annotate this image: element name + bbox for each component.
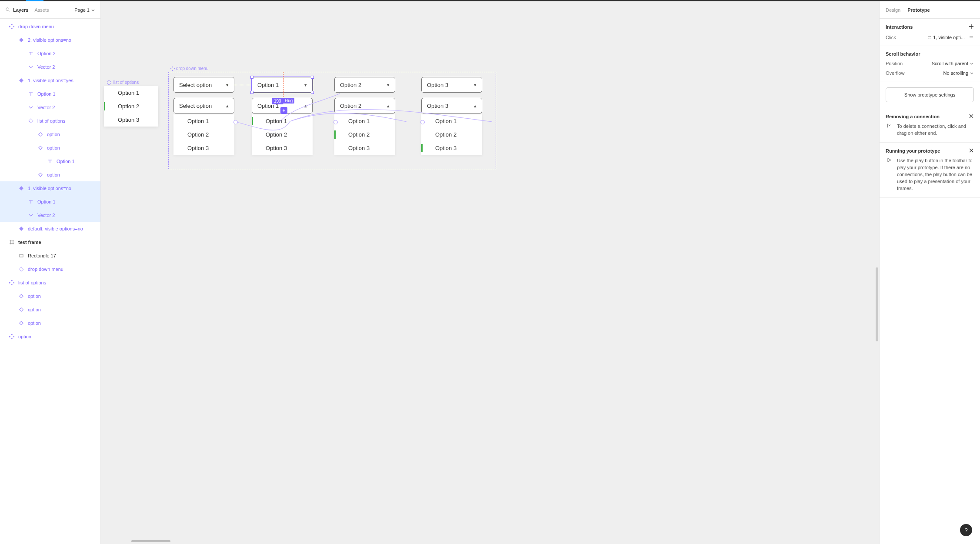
tab-design[interactable]: Design [886,7,900,13]
dropdown-variant[interactable]: Option 2▾ [334,77,395,93]
svg-rect-4 [9,26,10,27]
help-button[interactable]: ? [960,524,972,536]
dropdown-options-list[interactable]: Option 1Option 2Option 3 [421,114,482,155]
layer-row[interactable]: list of options [0,114,100,127]
page-selector[interactable]: Page 1 [74,7,95,13]
layer-row[interactable]: option [0,316,100,330]
dropdown-variant[interactable]: Option 3▾ [421,77,482,93]
dropdown-option[interactable]: Option 1 [252,114,313,128]
layer-row[interactable]: list of options [0,276,100,289]
svg-rect-26 [13,336,14,337]
dropdown-option[interactable]: Option 1 [334,114,395,128]
connection-node[interactable] [233,120,238,124]
add-interaction-button[interactable] [969,24,974,30]
dropdown-label: Select option [179,103,212,109]
dropdown-option[interactable]: Option 1 [421,114,482,128]
alignment-guide [170,85,314,85]
dropdown-options-list[interactable]: Option 1Option 2Option 3 [252,114,313,155]
show-prototype-settings-button[interactable]: Show prototype settings [886,87,974,102]
dropdown-variant[interactable]: Option 3▴ [421,98,482,113]
dropdown-variant[interactable]: Option 2▴ [334,98,395,113]
layer-row[interactable]: drop down menu [0,262,100,276]
layer-row[interactable]: Option 1 [0,195,100,208]
position-dropdown[interactable]: Scroll with parent [932,61,974,66]
dropdown-options-list[interactable]: Option 1Option 2Option 3 [334,114,395,155]
svg-rect-31 [174,68,175,69]
dropdown-option[interactable]: Option 3 [173,141,234,155]
layer-label: option [18,334,31,339]
overflow-dropdown[interactable]: No scrolling [943,70,974,76]
left-panel: Layers Assets Page 1 drop down menu2, vi… [0,1,101,544]
layer-label: 1, visible options=yes [28,78,73,83]
layer-row[interactable]: test frame [0,235,100,249]
connection-node[interactable] [420,120,425,124]
connection-node[interactable] [333,120,338,124]
svg-line-1 [9,10,10,11]
dropdown-options-list[interactable]: Option 1Option 2Option 3 [173,114,234,155]
dropdown-option[interactable]: Option 3 [334,141,395,155]
frame-label-text: list of options [113,80,139,85]
svg-rect-3 [11,28,13,29]
interaction-trigger[interactable]: Click [886,35,896,40]
add-connection-button[interactable]: + [280,107,287,114]
tab-layers[interactable]: Layers [13,7,28,13]
chevron-down-icon: ▾ [387,82,390,88]
search-icon[interactable] [5,7,10,13]
layer-row[interactable]: option [0,330,100,343]
layer-row[interactable]: Option 1 [0,87,100,100]
chevdown-icon [28,64,34,70]
remove-interaction-button[interactable] [969,34,974,40]
diamondo-icon [18,294,24,299]
layer-row[interactable]: option [0,127,100,141]
dropdown-option[interactable]: Option 3 [252,141,313,155]
layer-row[interactable]: option [0,141,100,154]
layer-row[interactable]: option [0,303,100,316]
dropdown-option[interactable]: Option 1 [173,114,234,128]
dropdown-option[interactable]: Option 2 [421,128,482,141]
list-of-options-frame[interactable]: Option 1 Option 2 Option 3 [104,86,158,127]
component4-icon [9,334,15,339]
canvas-scrollbar-vertical[interactable] [876,267,878,341]
position-label: Position [886,61,903,66]
dropdown-option[interactable]: Option 2 [252,128,313,141]
tab-prototype[interactable]: Prototype [907,7,930,13]
list-item[interactable]: Option 1 [104,86,158,100]
interaction-target[interactable]: 1, visible opti... [933,35,965,40]
layer-row[interactable]: drop down menu [0,20,100,33]
layer-row[interactable]: Option 1 [0,154,100,168]
svg-rect-23 [11,334,13,335]
layer-label: Vector 2 [37,105,55,110]
layer-row[interactable]: Vector 2 [0,60,100,73]
canvas[interactable]: list of options Option 1 Option 2 Option… [101,1,879,544]
layer-label: option [47,145,60,150]
layer-row[interactable]: 2, visible options=no [0,33,100,47]
layer-row[interactable]: option [0,168,100,181]
svg-rect-28 [172,67,173,67]
list-item[interactable]: Option 3 [104,113,158,127]
layer-row[interactable]: Option 2 [0,47,100,60]
svg-rect-9 [39,132,42,136]
close-hint-button[interactable] [969,113,974,120]
layer-row[interactable]: Rectangle 17 [0,249,100,262]
dropdown-variant[interactable]: Select option▴ [173,98,234,113]
layer-row[interactable]: Vector 2 [0,100,100,114]
layer-row[interactable]: 1, visible options=yes [0,73,100,87]
layer-row[interactable]: Vector 2 [0,208,100,222]
layers-tree[interactable]: drop down menu2, visible options=noOptio… [0,19,100,544]
dropdown-label: Option 2 [340,103,361,109]
tab-assets[interactable]: Assets [34,7,49,13]
layer-row[interactable]: 1, visible options=no [0,181,100,195]
diamondo-icon [37,145,43,150]
dropdown-option[interactable]: Option 3 [421,141,482,155]
svg-rect-29 [172,70,173,70]
canvas-scrollbar-horizontal[interactable] [131,540,170,542]
layer-label: Option 2 [37,51,56,56]
layer-row[interactable]: option [0,289,100,303]
frame-label-list-of-options[interactable]: list of options [107,80,139,85]
frame-label-drop-down-menu[interactable]: drop down menu [170,66,209,71]
dropdown-option[interactable]: Option 2 [173,128,234,141]
list-item[interactable]: Option 2 [104,100,158,113]
dropdown-option[interactable]: Option 2 [334,128,395,141]
close-hint-button[interactable] [969,148,974,154]
layer-row[interactable]: default, visible options=no [0,222,100,235]
